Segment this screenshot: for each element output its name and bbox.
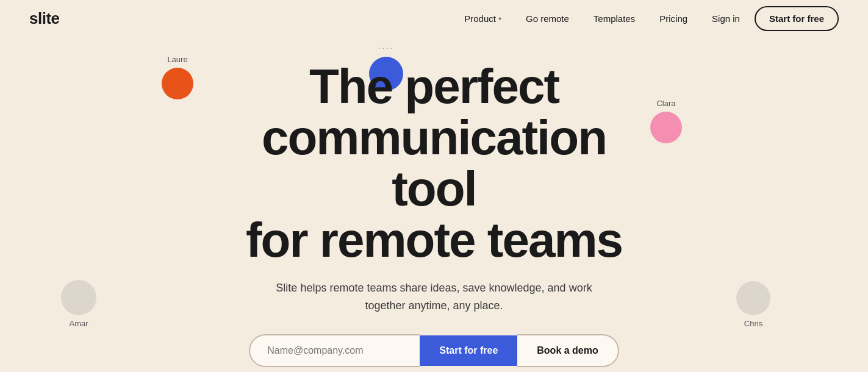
hero-title: The perfect communication tool for remot… [215, 61, 654, 266]
nav-templates[interactable]: Templates [584, 9, 645, 29]
nav-pricing[interactable]: Pricing [650, 9, 697, 29]
hero-subtitle: Slite helps remote teams share ideas, sa… [264, 279, 605, 315]
hero-actions: Start for free Book a demo [249, 334, 619, 367]
start-free-hero-button[interactable]: Start for free [420, 335, 517, 366]
navbar: slite Product ▾ Go remote Templates Pric… [0, 0, 868, 37]
start-free-nav-button[interactable]: Start for free [755, 6, 839, 31]
book-demo-button[interactable]: Book a demo [517, 334, 619, 367]
page-wrapper: slite Product ▾ Go remote Templates Pric… [0, 0, 868, 372]
hero-section: The perfect communication tool for remot… [0, 37, 868, 367]
signin-link[interactable]: Sign in [702, 9, 750, 29]
nav-product[interactable]: Product ▾ [454, 9, 511, 29]
logo[interactable]: slite [29, 9, 60, 28]
nav-links: Product ▾ Go remote Templates Pricing Si… [454, 6, 839, 31]
chevron-down-icon: ▾ [498, 15, 501, 22]
email-input[interactable] [249, 334, 420, 367]
nav-go-remote[interactable]: Go remote [516, 9, 579, 29]
